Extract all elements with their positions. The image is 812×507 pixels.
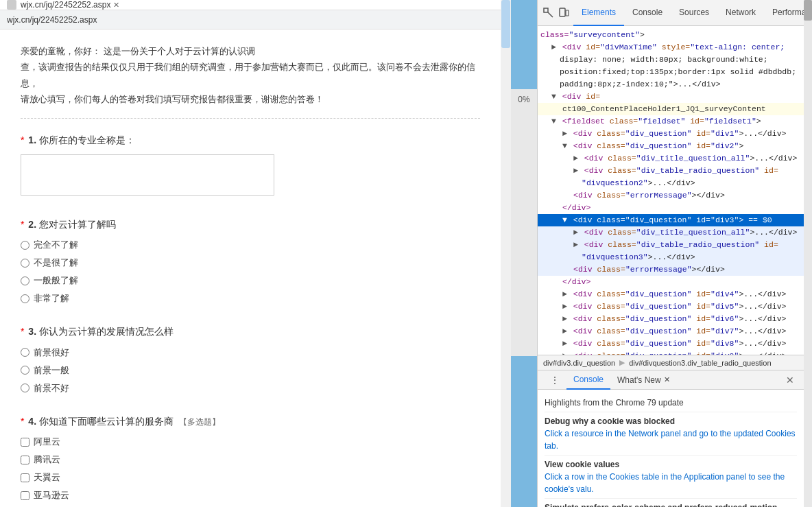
svg-rect-2: [560, 8, 565, 16]
console-tab-console[interactable]: Console: [566, 370, 610, 390]
q2-option-2: 不是很了解: [21, 257, 480, 269]
survey-scrollbar[interactable]: [501, 0, 511, 507]
dom-line-ct100[interactable]: ct100_ContentPlaceHolder1_JQ1_surveyCont…: [538, 103, 804, 115]
console-close-button[interactable]: ✕: [782, 375, 798, 386]
dom-line-div2-error[interactable]: <div class="errorMessage"></div>: [538, 189, 804, 202]
tab-console[interactable]: Console: [624, 0, 671, 26]
question-4-text: 你知道下面哪些云计算的服务商: [39, 416, 174, 427]
dom-line-div2-close[interactable]: </div>: [538, 202, 804, 214]
dom-line-div3-title[interactable]: ► <div class="div_title_question_all">..…: [538, 226, 804, 239]
devtools-tabs: Elements Console Sources Network Perform…: [573, 0, 804, 26]
dom-line-div1[interactable]: ► <div class="div_question" id="div1">..…: [538, 128, 804, 140]
dom-line-div2-title[interactable]: ► <div class="div_title_question_all">..…: [538, 152, 804, 165]
question-3-text: 你认为云计算的发展情况怎么样: [39, 326, 174, 337]
q2-radio-3[interactable]: [21, 276, 29, 285]
svg-line-1: [548, 12, 553, 17]
tab-sources[interactable]: Sources: [671, 0, 717, 26]
question-2-number: 2.: [28, 219, 36, 230]
survey-scroll-thumb: [501, 0, 510, 48]
dom-line-1d[interactable]: position:fixed;top:135px;border:1px soli…: [538, 66, 804, 78]
tag-div3-error: <div: [573, 265, 593, 274]
question-4-title: * 4. 你知道下面哪些云计算的服务商 【多选题】: [21, 414, 480, 429]
question-1-input[interactable]: [21, 154, 274, 196]
dom-line-div7[interactable]: ► <div class="div_question" id="div7">..…: [538, 325, 804, 338]
expand-icon-div2t[interactable]: ►: [573, 154, 578, 163]
expand-icon-div3[interactable]: ▼: [562, 215, 567, 224]
dom-line-1e[interactable]: padding:8px;z-index:10;">...</div>: [538, 78, 804, 91]
q3-radio-2[interactable]: [21, 366, 29, 375]
dom-line-div3-radio-cont[interactable]: "divquestion3">...</div>: [538, 251, 804, 263]
dom-line-div6[interactable]: ► <div class="div_question" id="div6">..…: [538, 313, 804, 325]
expand-icon-div3r[interactable]: ►: [573, 240, 578, 249]
expand-icon-div3t[interactable]: ►: [573, 228, 578, 237]
intro-line3: 请放心填写，你们每人的答卷对我们填写研究报告都很重要，谢谢您的答卷！: [21, 91, 480, 107]
q2-radio-1[interactable]: [21, 241, 29, 250]
required-marker-3: *: [21, 326, 24, 337]
q4-checkbox-2[interactable]: [21, 456, 29, 464]
device-toolbar-button[interactable]: [558, 5, 569, 21]
breadcrumb-1[interactable]: div#div3.div_question: [543, 359, 615, 367]
dom-line-div5[interactable]: ► <div class="div_question" id="div5">..…: [538, 300, 804, 313]
cookie-values-body[interactable]: Click a row in the Cookies table in the …: [545, 472, 785, 494]
console-tab-whats-new[interactable]: What's New ✕: [610, 370, 677, 390]
dom-line-div3-close[interactable]: </div>: [538, 276, 804, 288]
dom-line-div3-radio[interactable]: ► <div class="div_table_radio_question" …: [538, 239, 804, 251]
main-row: wjx.cn/jq/22452252.aspx ✕ wjx.cn/jq/2245…: [0, 0, 812, 507]
dom-line-div4[interactable]: ► <div class="div_question" id="div4">..…: [538, 288, 804, 300]
tab-close-button[interactable]: ✕: [113, 1, 119, 10]
devtools-scrollbar[interactable]: [804, 0, 812, 507]
val-div2t: "div_title_question_all": [636, 154, 750, 163]
val-div1-id: "div1": [710, 129, 739, 138]
q2-radio-2[interactable]: [21, 259, 29, 268]
q3-radio-3[interactable]: [21, 384, 29, 392]
val-div2-id: "div2": [710, 141, 739, 150]
expand-icon-2[interactable]: ▼: [551, 92, 556, 101]
dom-tag-0: class=: [540, 30, 569, 39]
dom-line-1[interactable]: ► <div id="divMaxTime" style="text-align…: [538, 41, 804, 54]
dom-line-div9[interactable]: ► <div class="div_question" id="div9">..…: [538, 350, 804, 355]
tab-elements[interactable]: Elements: [573, 0, 624, 26]
question-3-number: 3.: [28, 326, 36, 337]
dom-line-div8[interactable]: ► <div class="div_question" id="div8">..…: [538, 338, 804, 350]
tag-div2-error: <div: [573, 191, 593, 200]
dom-attr-3b: id=: [690, 117, 704, 126]
q4-checkbox-1[interactable]: [21, 438, 29, 447]
tag-div3-radio: <div: [584, 240, 604, 249]
q3-radio-1[interactable]: [21, 348, 29, 357]
tab-performance[interactable]: Performance: [764, 0, 804, 26]
inspect-element-button[interactable]: [543, 5, 554, 21]
dom-line-1c[interactable]: display: none; width:80px; background:wh…: [538, 54, 804, 66]
cookie-debug-body[interactable]: Click a resource in the Network panel an…: [545, 429, 796, 451]
survey-intro: 亲爱的童靴，你好： 这是一份关于个人对于云计算的认识调 查，该调查报告的结果仅仅…: [21, 43, 480, 119]
val-div2-class: "div_question": [625, 141, 692, 150]
expand-icon-div2r[interactable]: ►: [573, 166, 578, 175]
dom-line-3[interactable]: ▼ <fieldset class="fieldset" id="fieldse…: [538, 115, 804, 128]
expand-icon-1[interactable]: ►: [551, 43, 556, 51]
dom-line-div2[interactable]: ▼ <div class="div_question" id="div2">: [538, 140, 804, 152]
val-div3-class: "div_question": [625, 215, 692, 224]
dom-line-div2-radio[interactable]: ► <div class="div_table_radio_question" …: [538, 165, 804, 177]
dom-line-div3[interactable]: ▼ <div class="div_question" id="div3"> =…: [538, 214, 804, 226]
dom-line-2[interactable]: ▼ <div id=: [538, 91, 804, 103]
breadcrumb-2[interactable]: div#divquestion3.div_table_radio_questio…: [629, 359, 771, 367]
q2-radio-4[interactable]: [21, 294, 29, 303]
dom-line-div3-error[interactable]: <div class="errorMessage"></div>: [538, 263, 804, 276]
required-marker-4: *: [21, 416, 24, 427]
q4-option-1: 阿里云: [21, 436, 480, 448]
dom-line-div2-radio-cont[interactable]: "divquestion2">...</div>: [538, 177, 804, 189]
expand-icon-div1[interactable]: ►: [562, 129, 567, 138]
tag-div3-close: </div>: [562, 277, 590, 286]
expand-icon-div2[interactable]: ▼: [562, 141, 567, 150]
devtools-scroll-thumb: [804, 0, 812, 21]
cookie-debug-title: Debug why a cookie was blocked: [545, 416, 675, 426]
favicon-icon: [7, 0, 16, 10]
q4-checkbox-3[interactable]: [21, 473, 29, 482]
tab-network[interactable]: Network: [717, 0, 764, 26]
q4-checkbox-4[interactable]: [21, 491, 29, 500]
console-tab-3-dot[interactable]: ⋮: [543, 370, 566, 390]
dom-line-0[interactable]: class="surveycontent">: [538, 29, 804, 41]
dom-attr-val-1: "divMaxTime": [600, 43, 657, 51]
expand-icon-3[interactable]: ▼: [551, 117, 556, 126]
devtools-status-bar: div#div3.div_question ▶ div#divquestion3…: [538, 355, 804, 370]
breadcrumb-separator: ▶: [619, 358, 625, 367]
